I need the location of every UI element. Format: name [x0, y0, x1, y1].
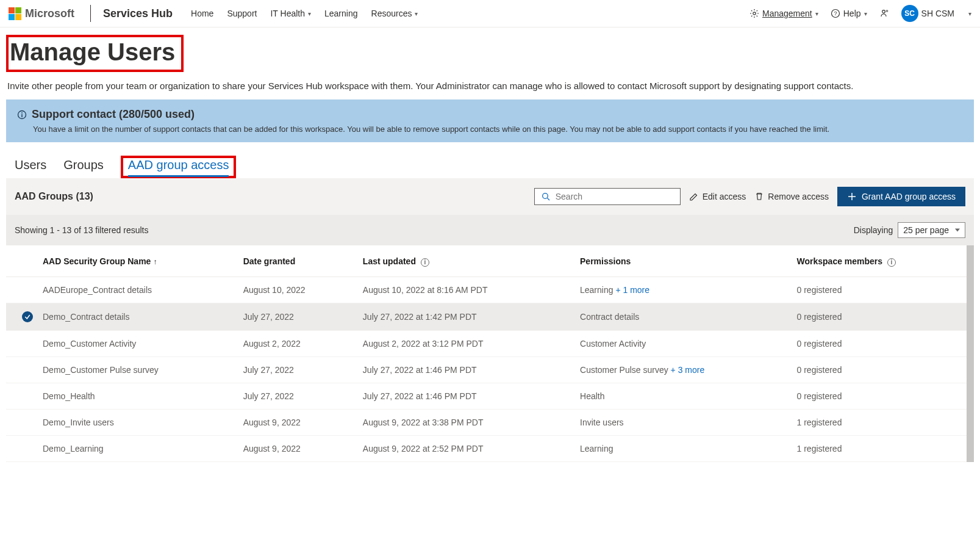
- cell-permissions: Learning: [573, 435, 790, 461]
- cell-date-granted: August 2, 2022: [236, 330, 356, 356]
- table-row[interactable]: Demo_Invite usersAugust 9, 2022August 9,…: [6, 409, 967, 435]
- svg-point-6: [21, 112, 23, 114]
- svg-line-9: [547, 198, 549, 201]
- table-row[interactable]: Demo_Customer Pulse surveyJuly 27, 2022J…: [6, 356, 967, 383]
- aad-groups-count: AAD Groups (13): [15, 191, 93, 202]
- info-icon[interactable]: i: [421, 258, 429, 267]
- search-box[interactable]: [534, 188, 681, 205]
- edit-access-label: Edit access: [703, 192, 746, 201]
- tab-aad-group-access[interactable]: AAD group access: [128, 158, 229, 177]
- avatar: SC: [901, 5, 918, 22]
- row-select-cell[interactable]: [6, 276, 40, 303]
- top-nav: Microsoft Services Hub Home Support IT H…: [0, 0, 980, 27]
- cell-last-updated: July 27, 2022 at 1:46 PM PDT: [356, 383, 573, 409]
- cell-members: 0 registered: [790, 303, 967, 330]
- info-icon[interactable]: i: [887, 258, 896, 267]
- cell-group-name: Demo_Learning: [40, 435, 236, 461]
- nav-learning[interactable]: Learning: [324, 9, 358, 18]
- microsoft-logo-icon: [9, 7, 21, 20]
- remove-access-button[interactable]: Remove access: [754, 192, 829, 201]
- col-updated-label: Last updated: [363, 256, 416, 266]
- cell-group-name: Demo_Health: [40, 383, 236, 409]
- table-row[interactable]: Demo_LearningAugust 9, 2022August 9, 202…: [6, 435, 967, 461]
- permissions-more-link[interactable]: + 3 more: [668, 365, 705, 375]
- cell-last-updated: August 9, 2022 at 3:38 PM PDT: [356, 409, 573, 435]
- permissions-more-link[interactable]: + 1 more: [613, 285, 650, 295]
- filter-bar: Showing 1 - 13 of 13 filtered results Di…: [6, 215, 974, 245]
- chevron-down-icon: ▾: [968, 10, 971, 17]
- cell-members: 0 registered: [790, 276, 967, 303]
- divider: [90, 5, 91, 22]
- chevron-down-icon: ▾: [415, 10, 418, 17]
- per-page-select[interactable]: 25 per page: [898, 222, 965, 238]
- table-row[interactable]: Demo_Contract detailsJuly 27, 2022July 2…: [6, 303, 967, 330]
- row-select-cell[interactable]: [6, 409, 40, 435]
- cell-last-updated: August 2, 2022 at 3:12 PM PDT: [356, 330, 573, 356]
- management-menu[interactable]: Management ▾: [749, 9, 818, 18]
- help-icon: ?: [831, 9, 840, 18]
- cell-date-granted: July 27, 2022: [236, 356, 356, 383]
- col-name-label: AAD Security Group Name: [43, 256, 151, 266]
- table-row[interactable]: Demo_Customer ActivityAugust 2, 2022Augu…: [6, 330, 967, 356]
- banner-title: Support contact (280/500 used): [32, 108, 195, 121]
- primary-nav: Home Support IT Health ▾ Learning Resour…: [191, 9, 418, 18]
- cell-members: 0 registered: [790, 383, 967, 409]
- col-select: [6, 245, 40, 276]
- row-select-cell[interactable]: [6, 303, 40, 330]
- nav-resources-label: Resources: [371, 9, 412, 18]
- info-icon: [17, 110, 27, 120]
- edit-access-button[interactable]: Edit access: [689, 192, 746, 201]
- col-date[interactable]: Date granted: [236, 245, 356, 276]
- gear-icon: [749, 9, 759, 18]
- trash-icon: [754, 192, 764, 201]
- checkmark-icon: [22, 311, 33, 322]
- chevron-down-icon: ▾: [308, 10, 311, 17]
- cell-date-granted: July 27, 2022: [236, 383, 356, 409]
- showing-results: Showing 1 - 13 of 13 filtered results: [15, 225, 148, 235]
- user-name: SH CSM: [921, 9, 954, 18]
- cell-permissions: Invite users: [573, 409, 790, 435]
- hub-title[interactable]: Services Hub: [103, 7, 173, 20]
- nav-support[interactable]: Support: [227, 9, 257, 18]
- nav-resources[interactable]: Resources ▾: [371, 9, 418, 18]
- table-row[interactable]: AADEurope_Contract detailsAugust 10, 202…: [6, 276, 967, 303]
- cell-date-granted: August 9, 2022: [236, 409, 356, 435]
- cell-permissions: Learning + 1 more: [573, 276, 790, 303]
- cell-permissions: Customer Pulse survey + 3 more: [573, 356, 790, 383]
- search-input[interactable]: [556, 192, 674, 201]
- tab-users[interactable]: Users: [15, 158, 46, 176]
- col-name[interactable]: AAD Security Group Name↑: [40, 245, 236, 276]
- brand-label: Microsoft: [25, 7, 74, 20]
- nav-home[interactable]: Home: [191, 9, 213, 18]
- col-members[interactable]: Workspace members i: [790, 245, 967, 276]
- nav-it-health[interactable]: IT Health ▾: [270, 9, 311, 18]
- cell-group-name: Demo_Invite users: [40, 409, 236, 435]
- table-scroll[interactable]: AAD Security Group Name↑ Date granted La…: [6, 245, 974, 462]
- help-menu[interactable]: ? Help ▾: [831, 9, 867, 18]
- grant-access-button[interactable]: Grant AAD group access: [837, 187, 965, 206]
- col-updated[interactable]: Last updated i: [356, 245, 573, 276]
- user-menu[interactable]: SC SH CSM ▾: [901, 5, 971, 22]
- cell-members: 0 registered: [790, 330, 967, 356]
- table-row[interactable]: Demo_HealthJuly 27, 2022July 27, 2022 at…: [6, 383, 967, 409]
- row-select-cell[interactable]: [6, 435, 40, 461]
- col-members-label: Workspace members: [797, 256, 883, 266]
- aad-groups-table: AAD Security Group Name↑ Date granted La…: [6, 245, 967, 462]
- displaying-label: Displaying: [854, 225, 893, 235]
- cell-group-name: Demo_Customer Pulse survey: [40, 356, 236, 383]
- tab-strip: Users Groups AAD group access: [15, 156, 974, 176]
- notifications[interactable]: [879, 9, 889, 18]
- microsoft-logo[interactable]: Microsoft: [9, 7, 74, 20]
- cell-last-updated: July 27, 2022 at 1:42 PM PDT: [356, 303, 573, 330]
- svg-point-4: [886, 10, 888, 12]
- cell-members: 1 registered: [790, 435, 967, 461]
- tab-groups[interactable]: Groups: [63, 158, 104, 176]
- svg-rect-7: [21, 114, 22, 117]
- sort-asc-icon: ↑: [153, 258, 157, 266]
- row-select-cell[interactable]: [6, 330, 40, 356]
- cell-permissions: Contract details: [573, 303, 790, 330]
- row-select-cell[interactable]: [6, 356, 40, 383]
- row-select-cell[interactable]: [6, 383, 40, 409]
- support-contact-banner: Support contact (280/500 used) You have …: [6, 99, 974, 142]
- col-permissions[interactable]: Permissions: [573, 245, 790, 276]
